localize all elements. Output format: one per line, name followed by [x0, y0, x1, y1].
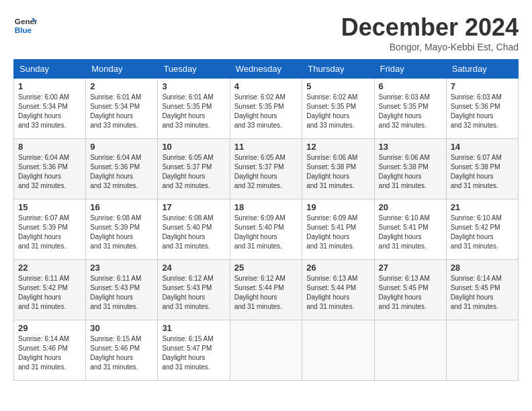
calendar-week-1: 1 Sunrise: 6:00 AM Sunset: 5:34 PM Dayli… [14, 79, 519, 139]
day-info: Sunrise: 6:03 AM Sunset: 5:36 PM Dayligh… [451, 93, 514, 130]
header-sunday: Sunday [14, 60, 86, 79]
day-number: 28 [451, 263, 514, 273]
calendar-cell: 11 Sunrise: 6:05 AM Sunset: 5:37 PM Dayl… [230, 139, 302, 199]
day-number: 15 [18, 202, 81, 212]
day-number: 29 [18, 323, 81, 333]
calendar-cell: 9 Sunrise: 6:04 AM Sunset: 5:36 PM Dayli… [86, 139, 158, 199]
day-number: 16 [90, 202, 153, 212]
logo-icon: General Blue [13, 13, 38, 38]
day-info: Sunrise: 6:14 AM Sunset: 5:46 PM Dayligh… [18, 334, 81, 372]
calendar-cell: 7 Sunrise: 6:03 AM Sunset: 5:36 PM Dayli… [446, 79, 518, 139]
day-info: Sunrise: 6:04 AM Sunset: 5:36 PM Dayligh… [18, 153, 81, 191]
calendar-cell: 29 Sunrise: 6:14 AM Sunset: 5:46 PM Dayl… [14, 320, 86, 381]
day-info: Sunrise: 6:05 AM Sunset: 5:37 PM Dayligh… [162, 153, 225, 191]
day-number: 23 [90, 263, 153, 273]
calendar-cell: 19 Sunrise: 6:09 AM Sunset: 5:41 PM Dayl… [302, 199, 374, 260]
day-number: 1 [18, 81, 81, 91]
calendar-cell: 4 Sunrise: 6:02 AM Sunset: 5:35 PM Dayli… [230, 79, 302, 139]
svg-text:Blue: Blue [15, 26, 32, 34]
svg-text:General: General [15, 17, 38, 26]
calendar-cell: 1 Sunrise: 6:00 AM Sunset: 5:34 PM Dayli… [14, 79, 86, 139]
logo: General Blue [13, 13, 38, 38]
calendar-cell: 2 Sunrise: 6:01 AM Sunset: 5:34 PM Dayli… [86, 79, 158, 139]
day-info: Sunrise: 6:10 AM Sunset: 5:41 PM Dayligh… [379, 214, 442, 251]
calendar-cell: 27 Sunrise: 6:13 AM Sunset: 5:45 PM Dayl… [374, 260, 446, 320]
calendar-cell: 25 Sunrise: 6:12 AM Sunset: 5:44 PM Dayl… [230, 260, 302, 320]
day-number: 20 [379, 202, 442, 212]
calendar-cell: 16 Sunrise: 6:08 AM Sunset: 5:39 PM Dayl… [86, 199, 158, 260]
day-info: Sunrise: 6:13 AM Sunset: 5:44 PM Dayligh… [306, 274, 369, 312]
calendar-cell: 15 Sunrise: 6:07 AM Sunset: 5:39 PM Dayl… [14, 199, 86, 260]
day-info: Sunrise: 6:09 AM Sunset: 5:40 PM Dayligh… [234, 214, 298, 251]
day-info: Sunrise: 6:08 AM Sunset: 5:39 PM Dayligh… [90, 214, 153, 251]
day-number: 24 [162, 263, 225, 273]
day-info: Sunrise: 6:07 AM Sunset: 5:39 PM Dayligh… [18, 214, 81, 251]
calendar-cell [302, 320, 374, 381]
day-number: 7 [451, 81, 514, 91]
calendar-cell: 31 Sunrise: 6:15 AM Sunset: 5:47 PM Dayl… [158, 320, 230, 381]
day-info: Sunrise: 6:06 AM Sunset: 5:38 PM Dayligh… [379, 153, 442, 191]
day-info: Sunrise: 6:09 AM Sunset: 5:41 PM Dayligh… [306, 214, 369, 251]
day-info: Sunrise: 6:03 AM Sunset: 5:35 PM Dayligh… [379, 93, 442, 130]
day-info: Sunrise: 6:01 AM Sunset: 5:35 PM Dayligh… [162, 93, 225, 130]
day-number: 18 [234, 202, 298, 212]
day-info: Sunrise: 6:02 AM Sunset: 5:35 PM Dayligh… [234, 93, 298, 130]
calendar-cell [446, 320, 518, 381]
calendar-cell: 22 Sunrise: 6:11 AM Sunset: 5:42 PM Dayl… [14, 260, 86, 320]
calendar-cell: 12 Sunrise: 6:06 AM Sunset: 5:38 PM Dayl… [302, 139, 374, 199]
page-header: General Blue December 2024 Bongor, Mayo-… [13, 13, 519, 52]
day-number: 4 [234, 81, 298, 91]
day-number: 9 [90, 142, 153, 152]
calendar-table: SundayMondayTuesdayWednesdayThursdayFrid… [13, 59, 519, 381]
day-number: 11 [234, 142, 298, 152]
day-number: 10 [162, 142, 225, 152]
day-info: Sunrise: 6:15 AM Sunset: 5:46 PM Dayligh… [90, 334, 153, 372]
day-info: Sunrise: 6:11 AM Sunset: 5:43 PM Dayligh… [90, 274, 153, 312]
calendar-cell: 21 Sunrise: 6:10 AM Sunset: 5:42 PM Dayl… [446, 199, 518, 260]
calendar-cell: 26 Sunrise: 6:13 AM Sunset: 5:44 PM Dayl… [302, 260, 374, 320]
day-number: 27 [379, 263, 442, 273]
day-number: 3 [162, 81, 225, 91]
header-wednesday: Wednesday [230, 60, 302, 79]
calendar-week-5: 29 Sunrise: 6:14 AM Sunset: 5:46 PM Dayl… [14, 320, 519, 381]
day-info: Sunrise: 6:14 AM Sunset: 5:45 PM Dayligh… [451, 274, 514, 312]
day-info: Sunrise: 6:05 AM Sunset: 5:37 PM Dayligh… [234, 153, 298, 191]
day-info: Sunrise: 6:12 AM Sunset: 5:43 PM Dayligh… [162, 274, 225, 312]
calendar-cell: 17 Sunrise: 6:08 AM Sunset: 5:40 PM Dayl… [158, 199, 230, 260]
calendar-week-4: 22 Sunrise: 6:11 AM Sunset: 5:42 PM Dayl… [14, 260, 519, 320]
day-info: Sunrise: 6:15 AM Sunset: 5:47 PM Dayligh… [162, 334, 225, 372]
location-title: Bongor, Mayo-Kebbi Est, Chad [341, 42, 519, 52]
day-number: 2 [90, 81, 153, 91]
day-number: 25 [234, 263, 298, 273]
day-info: Sunrise: 6:13 AM Sunset: 5:45 PM Dayligh… [379, 274, 442, 312]
calendar-cell: 28 Sunrise: 6:14 AM Sunset: 5:45 PM Dayl… [446, 260, 518, 320]
day-number: 5 [306, 81, 369, 91]
day-number: 26 [306, 263, 369, 273]
calendar-cell: 18 Sunrise: 6:09 AM Sunset: 5:40 PM Dayl… [230, 199, 302, 260]
day-info: Sunrise: 6:11 AM Sunset: 5:42 PM Dayligh… [18, 274, 81, 312]
day-number: 12 [306, 142, 369, 152]
calendar-cell: 30 Sunrise: 6:15 AM Sunset: 5:46 PM Dayl… [86, 320, 158, 381]
header-thursday: Thursday [302, 60, 374, 79]
day-info: Sunrise: 6:01 AM Sunset: 5:34 PM Dayligh… [90, 93, 153, 130]
calendar-cell: 24 Sunrise: 6:12 AM Sunset: 5:43 PM Dayl… [158, 260, 230, 320]
day-info: Sunrise: 6:02 AM Sunset: 5:35 PM Dayligh… [306, 93, 369, 130]
calendar-cell: 13 Sunrise: 6:06 AM Sunset: 5:38 PM Dayl… [374, 139, 446, 199]
day-info: Sunrise: 6:10 AM Sunset: 5:42 PM Dayligh… [451, 214, 514, 251]
day-number: 21 [451, 202, 514, 212]
day-number: 6 [379, 81, 442, 91]
calendar-cell: 3 Sunrise: 6:01 AM Sunset: 5:35 PM Dayli… [158, 79, 230, 139]
header-friday: Friday [374, 60, 446, 79]
calendar-cell: 14 Sunrise: 6:07 AM Sunset: 5:38 PM Dayl… [446, 139, 518, 199]
calendar-week-2: 8 Sunrise: 6:04 AM Sunset: 5:36 PM Dayli… [14, 139, 519, 199]
calendar-cell: 6 Sunrise: 6:03 AM Sunset: 5:35 PM Dayli… [374, 79, 446, 139]
day-info: Sunrise: 6:06 AM Sunset: 5:38 PM Dayligh… [306, 153, 369, 191]
calendar-cell [374, 320, 446, 381]
calendar-cell [230, 320, 302, 381]
day-number: 31 [162, 323, 225, 333]
header-saturday: Saturday [446, 60, 518, 79]
month-title: December 2024 [341, 13, 519, 42]
day-info: Sunrise: 6:00 AM Sunset: 5:34 PM Dayligh… [18, 93, 81, 130]
day-number: 22 [18, 263, 81, 273]
day-number: 14 [451, 142, 514, 152]
